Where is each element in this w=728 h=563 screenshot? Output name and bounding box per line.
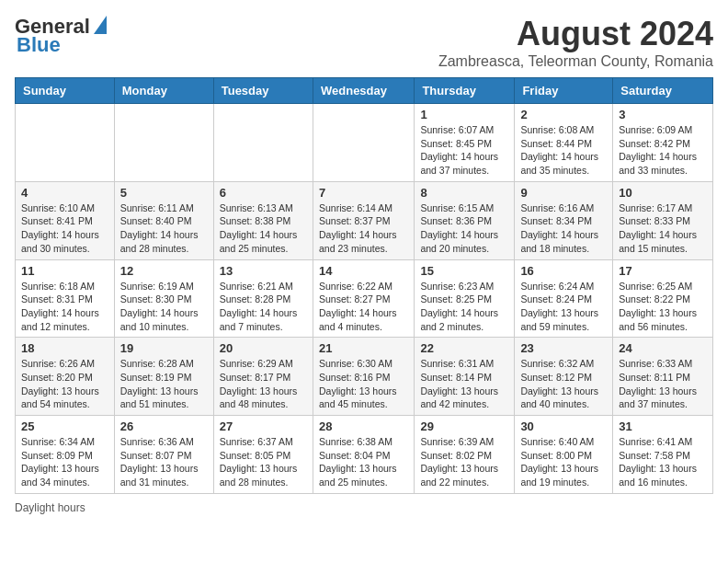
day-number: 5 — [120, 186, 208, 200]
day-info: Sunrise: 6:22 AM Sunset: 8:27 PM Dayligh… — [319, 280, 408, 334]
day-number: 23 — [520, 341, 607, 355]
day-info: Sunrise: 6:09 AM Sunset: 8:42 PM Dayligh… — [619, 123, 707, 178]
day-number: 13 — [220, 264, 307, 278]
day-info: Sunrise: 6:29 AM Sunset: 8:17 PM Dayligh… — [220, 357, 307, 411]
calendar-cell: 23Sunrise: 6:32 AM Sunset: 8:12 PM Dayli… — [515, 338, 613, 416]
day-number: 31 — [619, 419, 707, 433]
calendar-cell: 5Sunrise: 6:11 AM Sunset: 8:40 PM Daylig… — [114, 181, 213, 259]
calendar-cell: 2Sunrise: 6:08 AM Sunset: 8:44 PM Daylig… — [515, 104, 613, 182]
day-number: 12 — [120, 264, 208, 278]
calendar-cell — [313, 104, 414, 182]
calendar-cell: 20Sunrise: 6:29 AM Sunset: 8:17 PM Dayli… — [213, 338, 313, 416]
calendar-week-4: 18Sunrise: 6:26 AM Sunset: 8:20 PM Dayli… — [16, 338, 713, 416]
calendar-cell: 3Sunrise: 6:09 AM Sunset: 8:42 PM Daylig… — [613, 104, 713, 182]
day-number: 24 — [619, 341, 707, 355]
calendar-cell: 17Sunrise: 6:25 AM Sunset: 8:22 PM Dayli… — [613, 259, 713, 338]
day-number: 17 — [619, 264, 707, 278]
calendar-cell: 16Sunrise: 6:24 AM Sunset: 8:24 PM Dayli… — [515, 259, 613, 338]
day-header-friday: Friday — [515, 78, 613, 104]
day-info: Sunrise: 6:37 AM Sunset: 8:05 PM Dayligh… — [220, 435, 307, 489]
calendar-cell: 30Sunrise: 6:40 AM Sunset: 8:00 PM Dayli… — [515, 416, 613, 494]
day-number: 3 — [619, 108, 707, 121]
day-info: Sunrise: 6:31 AM Sunset: 8:14 PM Dayligh… — [420, 357, 508, 411]
day-info: Sunrise: 6:38 AM Sunset: 8:04 PM Dayligh… — [319, 435, 408, 489]
logo-triangle-icon — [94, 16, 107, 34]
calendar-cell: 9Sunrise: 6:16 AM Sunset: 8:34 PM Daylig… — [515, 181, 613, 259]
day-info: Sunrise: 6:36 AM Sunset: 8:07 PM Dayligh… — [120, 435, 208, 489]
calendar-cell: 24Sunrise: 6:33 AM Sunset: 8:11 PM Dayli… — [613, 338, 713, 416]
calendar: SundayMondayTuesdayWednesdayThursdayFrid… — [15, 77, 713, 494]
day-number: 26 — [120, 419, 208, 433]
day-info: Sunrise: 6:30 AM Sunset: 8:16 PM Dayligh… — [319, 357, 408, 411]
calendar-week-2: 4Sunrise: 6:10 AM Sunset: 8:41 PM Daylig… — [16, 181, 713, 259]
day-info: Sunrise: 6:17 AM Sunset: 8:33 PM Dayligh… — [619, 201, 707, 256]
calendar-cell: 4Sunrise: 6:10 AM Sunset: 8:41 PM Daylig… — [16, 181, 115, 259]
footer-note: Daylight hours — [15, 501, 713, 514]
day-info: Sunrise: 6:39 AM Sunset: 8:02 PM Dayligh… — [420, 435, 508, 489]
day-info: Sunrise: 6:08 AM Sunset: 8:44 PM Dayligh… — [520, 123, 607, 178]
calendar-cell: 28Sunrise: 6:38 AM Sunset: 8:04 PM Dayli… — [313, 416, 414, 494]
day-number: 2 — [520, 108, 607, 121]
calendar-cell: 27Sunrise: 6:37 AM Sunset: 8:05 PM Dayli… — [213, 416, 313, 494]
month-title: August 2024 — [438, 15, 713, 53]
day-info: Sunrise: 6:10 AM Sunset: 8:41 PM Dayligh… — [21, 201, 108, 256]
day-number: 8 — [420, 186, 508, 200]
header: General Blue August 2024 Zambreasca, Tel… — [15, 15, 713, 70]
day-header-saturday: Saturday — [613, 78, 713, 104]
calendar-cell: 11Sunrise: 6:18 AM Sunset: 8:31 PM Dayli… — [16, 259, 115, 338]
day-info: Sunrise: 6:40 AM Sunset: 8:00 PM Dayligh… — [520, 435, 607, 489]
calendar-cell: 22Sunrise: 6:31 AM Sunset: 8:14 PM Dayli… — [415, 338, 515, 416]
calendar-cell — [213, 104, 313, 182]
day-header-sunday: Sunday — [16, 78, 115, 104]
day-number: 10 — [619, 186, 707, 200]
day-number: 27 — [220, 419, 307, 433]
day-info: Sunrise: 6:18 AM Sunset: 8:31 PM Dayligh… — [21, 280, 108, 334]
calendar-cell: 15Sunrise: 6:23 AM Sunset: 8:25 PM Dayli… — [415, 259, 515, 338]
calendar-cell: 10Sunrise: 6:17 AM Sunset: 8:33 PM Dayli… — [613, 181, 713, 259]
day-header-thursday: Thursday — [415, 78, 515, 104]
day-info: Sunrise: 6:14 AM Sunset: 8:37 PM Dayligh… — [319, 201, 408, 256]
day-number: 16 — [520, 264, 607, 278]
day-info: Sunrise: 6:19 AM Sunset: 8:30 PM Dayligh… — [120, 280, 208, 334]
day-number: 6 — [220, 186, 307, 200]
calendar-cell: 13Sunrise: 6:21 AM Sunset: 8:28 PM Dayli… — [213, 259, 313, 338]
day-number: 4 — [21, 186, 108, 200]
day-header-tuesday: Tuesday — [213, 78, 313, 104]
day-info: Sunrise: 6:13 AM Sunset: 8:38 PM Dayligh… — [220, 201, 307, 256]
day-info: Sunrise: 6:34 AM Sunset: 8:09 PM Dayligh… — [21, 435, 108, 489]
day-number: 7 — [319, 186, 408, 200]
calendar-week-3: 11Sunrise: 6:18 AM Sunset: 8:31 PM Dayli… — [16, 259, 713, 338]
logo-blue-text: Blue — [17, 33, 61, 57]
day-info: Sunrise: 6:33 AM Sunset: 8:11 PM Dayligh… — [619, 357, 707, 411]
calendar-week-5: 25Sunrise: 6:34 AM Sunset: 8:09 PM Dayli… — [16, 416, 713, 494]
day-number: 1 — [420, 108, 508, 121]
day-number: 29 — [420, 419, 508, 433]
day-info: Sunrise: 6:15 AM Sunset: 8:36 PM Dayligh… — [420, 201, 508, 256]
day-number: 19 — [120, 341, 208, 355]
calendar-cell — [16, 104, 115, 182]
calendar-cell: 19Sunrise: 6:28 AM Sunset: 8:19 PM Dayli… — [114, 338, 213, 416]
calendar-cell: 7Sunrise: 6:14 AM Sunset: 8:37 PM Daylig… — [313, 181, 414, 259]
day-info: Sunrise: 6:21 AM Sunset: 8:28 PM Dayligh… — [220, 280, 307, 334]
logo: General Blue — [15, 15, 107, 57]
calendar-cell: 29Sunrise: 6:39 AM Sunset: 8:02 PM Dayli… — [415, 416, 515, 494]
calendar-cell: 12Sunrise: 6:19 AM Sunset: 8:30 PM Dayli… — [114, 259, 213, 338]
day-header-wednesday: Wednesday — [313, 78, 414, 104]
day-number: 9 — [520, 186, 607, 200]
calendar-cell: 31Sunrise: 6:41 AM Sunset: 7:58 PM Dayli… — [613, 416, 713, 494]
calendar-cell: 21Sunrise: 6:30 AM Sunset: 8:16 PM Dayli… — [313, 338, 414, 416]
day-number: 11 — [21, 264, 108, 278]
day-number: 25 — [21, 419, 108, 433]
day-number: 18 — [21, 341, 108, 355]
day-number: 15 — [420, 264, 508, 278]
day-number: 30 — [520, 419, 607, 433]
day-info: Sunrise: 6:24 AM Sunset: 8:24 PM Dayligh… — [520, 280, 607, 334]
calendar-cell: 18Sunrise: 6:26 AM Sunset: 8:20 PM Dayli… — [16, 338, 115, 416]
day-number: 20 — [220, 341, 307, 355]
day-number: 21 — [319, 341, 408, 355]
day-info: Sunrise: 6:23 AM Sunset: 8:25 PM Dayligh… — [420, 280, 508, 334]
day-info: Sunrise: 6:26 AM Sunset: 8:20 PM Dayligh… — [21, 357, 108, 411]
calendar-week-1: 1Sunrise: 6:07 AM Sunset: 8:45 PM Daylig… — [16, 104, 713, 182]
day-header-monday: Monday — [114, 78, 213, 104]
calendar-cell: 6Sunrise: 6:13 AM Sunset: 8:38 PM Daylig… — [213, 181, 313, 259]
